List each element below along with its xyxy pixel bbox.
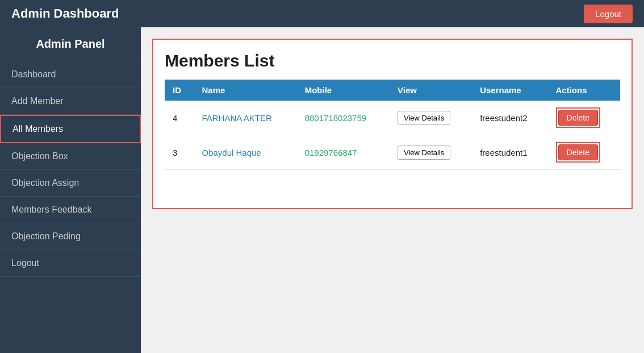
sidebar-item-members-feedback[interactable]: Members Feedback <box>0 197 141 223</box>
col-header-username: Username <box>472 80 547 101</box>
delete-action-wrapper: Delete <box>556 107 600 128</box>
content-area: Members List ID Name Mobile View Usernam… <box>141 27 644 353</box>
col-header-name: Name <box>194 80 296 101</box>
cell-username: freestudent1 <box>472 135 547 170</box>
members-list-box: Members List ID Name Mobile View Usernam… <box>152 39 633 209</box>
sidebar-item-objection-box[interactable]: Objection Box <box>0 143 141 170</box>
cell-name: FARHANA AKTER <box>194 101 296 135</box>
delete-action-wrapper: Delete <box>556 142 600 163</box>
sidebar-title: Admin Panel <box>0 27 141 61</box>
delete-button[interactable]: Delete <box>558 110 598 126</box>
col-header-mobile: Mobile <box>297 80 390 101</box>
cell-actions: Delete <box>548 101 620 135</box>
members-table: ID Name Mobile View Username Actions 4 F… <box>165 80 620 170</box>
view-details-button[interactable]: View Details <box>398 111 450 125</box>
table-row: 4 FARHANA AKTER 8801718023759 View Detai… <box>165 101 620 135</box>
cell-view: View Details <box>390 135 472 170</box>
col-header-id: ID <box>165 80 194 101</box>
app-title: Admin Dashboard <box>11 6 119 21</box>
logout-button[interactable]: Logout <box>584 5 633 23</box>
page-title: Members List <box>165 51 620 70</box>
cell-id: 3 <box>165 135 194 170</box>
cell-actions: Delete <box>548 135 620 170</box>
col-header-view: View <box>390 80 472 101</box>
col-header-actions: Actions <box>548 80 620 101</box>
cell-name: Obaydul Haque <box>194 135 296 170</box>
main-layout: Admin Panel Dashboard Add Member All Mem… <box>0 27 644 353</box>
sidebar-item-all-members[interactable]: All Members <box>0 115 141 143</box>
cell-username: freestudent2 <box>472 101 547 135</box>
sidebar-item-dashboard[interactable]: Dashboard <box>0 61 141 88</box>
cell-mobile: 8801718023759 <box>297 101 390 135</box>
table-header-row: ID Name Mobile View Username Actions <box>165 80 620 101</box>
header: Admin Dashboard Logout <box>0 0 644 27</box>
delete-button[interactable]: Delete <box>558 144 598 160</box>
cell-view: View Details <box>390 101 472 135</box>
sidebar-item-objection-assign[interactable]: Objection Assign <box>0 170 141 197</box>
sidebar-item-add-member[interactable]: Add Member <box>0 88 141 115</box>
sidebar-item-objection-peding[interactable]: Objection Peding <box>0 223 141 250</box>
view-details-button[interactable]: View Details <box>398 146 450 160</box>
sidebar-item-logout[interactable]: Logout <box>0 250 141 277</box>
sidebar: Admin Panel Dashboard Add Member All Mem… <box>0 27 141 353</box>
cell-id: 4 <box>165 101 194 135</box>
cell-mobile: 01929766847 <box>297 135 390 170</box>
table-row: 3 Obaydul Haque 01929766847 View Details… <box>165 135 620 170</box>
